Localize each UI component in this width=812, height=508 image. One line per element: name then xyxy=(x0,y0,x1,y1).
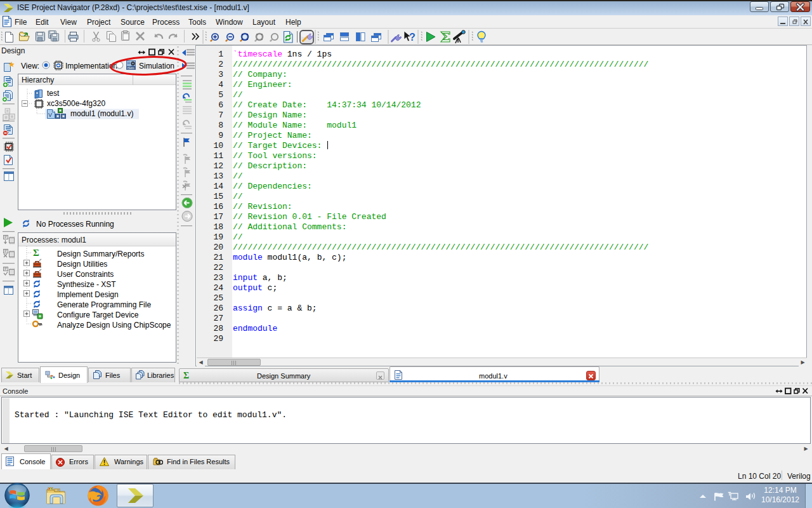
svg-text:V: V xyxy=(48,112,52,118)
svg-text:?: ? xyxy=(409,32,416,43)
svg-text:ISim: ISim xyxy=(128,66,134,70)
svg-text:Σ: Σ xyxy=(33,248,39,258)
svg-text:Σ: Σ xyxy=(183,371,189,380)
